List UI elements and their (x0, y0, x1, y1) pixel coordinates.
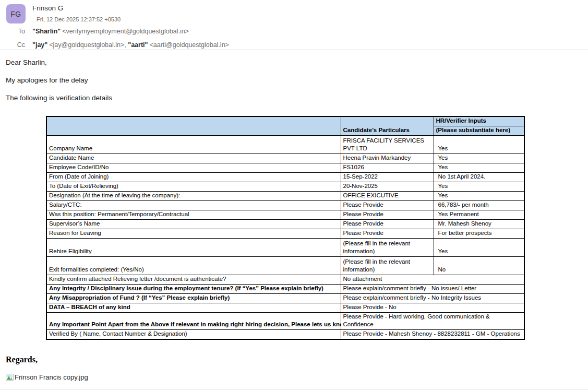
to-recipients: "Sharlin"<verifymyemployment@goldquestgl… (32, 28, 189, 35)
row-label: Was this position: Permanent/Temporary/C… (46, 210, 341, 220)
row-particulars: Please Provide (341, 220, 434, 229)
table-row: DATA – BREACH of any kindPlease Provide … (46, 303, 524, 313)
row-particulars: No attachment (341, 275, 524, 285)
row-verifier-input: Yes (434, 136, 524, 154)
avatar[interactable]: FG (6, 4, 26, 23)
row-particulars: Please Provide - Mahesh Shenoy - 8828232… (341, 330, 524, 340)
body-line-1: My apologies for the delay (6, 76, 88, 84)
row-label: Any Important Point Apart from the Above… (46, 313, 341, 330)
cc-row: Cc "jay"<jay@goldquestglobal.in>, "aarti… (0, 41, 229, 49)
row-verifier-input: No 1st April 2024. (434, 173, 524, 182)
table-row: Any Important Point Apart from the Above… (46, 313, 524, 330)
attachment-line: Frinson Francis copy.jpg (6, 373, 88, 381)
table-header-row: Candidate’s Particulars HR/Verifier Inpu… (46, 116, 524, 126)
row-verifier-input: Yes (434, 182, 524, 192)
table-body: Company NameFRISCA FACILITY SERVICES PVT… (46, 136, 524, 340)
sender-name[interactable]: Frinson G (32, 4, 63, 12)
row-particulars: Please explain/comment briefly - No Inte… (341, 294, 524, 303)
table-row: Verified By ( Name, Contact Number & Des… (46, 330, 524, 340)
row-label: Employee Code/ID/No (46, 163, 341, 173)
recipient-name[interactable]: "jay" (32, 41, 47, 49)
table-row: Candidate NameHeena Pravin MarkandeyYes (46, 154, 524, 163)
row-label: Kindly confirm attached Relieving letter… (46, 275, 341, 285)
table-row: Reason for LeavingPlease ProvideFor bett… (46, 229, 524, 239)
cc-label: Cc (0, 41, 25, 49)
row-label: Salary/CTC: (46, 201, 341, 210)
regards: Regards, (6, 355, 38, 364)
row-verifier-input: Yes (434, 239, 524, 257)
recipient-name[interactable]: "Sharlin" (32, 28, 61, 35)
table-row: Was this position: Permanent/Temporary/C… (46, 210, 524, 220)
row-label: Verified By ( Name, Contact Number & Des… (46, 330, 341, 340)
to-label: To (0, 28, 25, 35)
row-verifier-input: Yes Permanent (434, 210, 524, 220)
row-particulars: 20-Nov-2025 (341, 182, 434, 192)
to-row: To "Sharlin"<verifymyemployment@goldques… (0, 28, 189, 35)
email-date: Fri, 12 Dec 2025 12:37:52 +0530 (37, 16, 121, 22)
row-particulars: Please explain/comment briefly - No issu… (341, 285, 524, 294)
row-label: Designation (At the time of leaving the … (46, 192, 341, 201)
row-particulars: FS1026 (341, 163, 434, 173)
header-divider (0, 50, 588, 50)
body-line-2: The following is verification details (6, 94, 112, 102)
row-label: Exit formalities completed: (Yes/No) (46, 257, 341, 275)
row-verifier-input: For better prospects (434, 229, 524, 239)
header-hr-verifier-inputs: HR/Verifier Inputs (434, 116, 524, 126)
row-particulars: 15-Sep-2022 (341, 173, 434, 182)
row-particulars: Please Provide (341, 201, 434, 210)
table-row: Any Integrity / Disciplinary Issue durin… (46, 285, 524, 294)
table-row: Designation (At the time of leaving the … (46, 192, 524, 201)
row-particulars: Please Provide (341, 229, 434, 239)
greeting: Dear Sharlin, (6, 58, 47, 66)
attachment-name[interactable]: Frinson Francis copy.jpg (15, 373, 88, 381)
row-verifier-input: 66,783/- per month (434, 201, 524, 210)
row-label: Rehire Eligibility (46, 239, 341, 257)
bottom-divider (0, 389, 588, 389)
row-particulars: Please Provide (341, 210, 434, 220)
row-particulars: Please Provide - No (341, 303, 524, 313)
recipient-address[interactable]: <aarti@goldquestglobal.in> (150, 41, 229, 49)
table-row: To (Date of Exit/Relieving)20-Nov-2025Ye… (46, 182, 524, 192)
row-verifier-input: Yes (434, 192, 524, 201)
row-label: DATA – BREACH of any kind (46, 303, 341, 313)
row-particulars: (Please fill in the relevant information… (341, 257, 434, 275)
header-empty-cell (46, 116, 341, 136)
row-particulars: (Please fill in the relevant information… (341, 239, 434, 257)
row-verifier-input: Yes (434, 154, 524, 163)
table-row: Company NameFRISCA FACILITY SERVICES PVT… (46, 136, 524, 154)
table-row: Salary/CTC:Please Provide66,783/- per mo… (46, 201, 524, 210)
cc-recipients: "jay"<jay@goldquestglobal.in>, "aarti"<a… (32, 41, 229, 49)
row-label: Candidate Name (46, 154, 341, 163)
table-row: Kindly confirm attached Relieving letter… (46, 275, 524, 285)
avatar-initials: FG (10, 10, 21, 18)
row-label: Reason for Leaving (46, 229, 341, 239)
table-row: Rehire Eligibility(Please fill in the re… (46, 239, 524, 257)
header-candidates-particulars: Candidate’s Particulars (341, 116, 434, 136)
row-particulars: Heena Pravin Markandey (341, 154, 434, 163)
table-row: Supervisor’s NamePlease ProvideMr. Mahes… (46, 220, 524, 229)
row-label: To (Date of Exit/Relieving) (46, 182, 341, 192)
row-label: Company Name (46, 136, 341, 154)
row-label: Any Misappropriation of Fund ? (If “Yes”… (46, 294, 341, 303)
header-please-substantiate: (Please substantiate here) (434, 126, 524, 136)
table-row: Any Misappropriation of Fund ? (If “Yes”… (46, 294, 524, 303)
row-label: Any Integrity / Disciplinary Issue durin… (46, 285, 341, 294)
email-view: FG Frinson G Fri, 12 Dec 2025 12:37:52 +… (0, 0, 588, 390)
recipient-name[interactable]: "aarti" (128, 41, 148, 49)
row-particulars: FRISCA FACILITY SERVICES PVT LTD (341, 136, 434, 154)
row-particulars: Please Provide - Hard working, Good comm… (341, 313, 524, 330)
verification-table: Candidate’s Particulars HR/Verifier Inpu… (46, 116, 525, 340)
table-row: Employee Code/ID/NoFS1026Yes (46, 163, 524, 173)
row-particulars: OFFICE EXICUTIVE (341, 192, 434, 201)
table-row: From (Date of Joining)15-Sep-2022No 1st … (46, 173, 524, 182)
recipient-address[interactable]: <verifymyemployment@goldquestglobal.in> (62, 28, 189, 35)
row-verifier-input: Yes (434, 163, 524, 173)
row-verifier-input: No (434, 257, 524, 275)
recipient-address[interactable]: <jay@goldquestglobal.in> (49, 41, 124, 49)
row-label: From (Date of Joining) (46, 173, 341, 182)
broken-image-icon (6, 374, 14, 381)
row-label: Supervisor’s Name (46, 220, 341, 229)
table-row: Exit formalities completed: (Yes/No)(Ple… (46, 257, 524, 275)
row-verifier-input: Mr. Mahesh Shenoy (434, 220, 524, 229)
